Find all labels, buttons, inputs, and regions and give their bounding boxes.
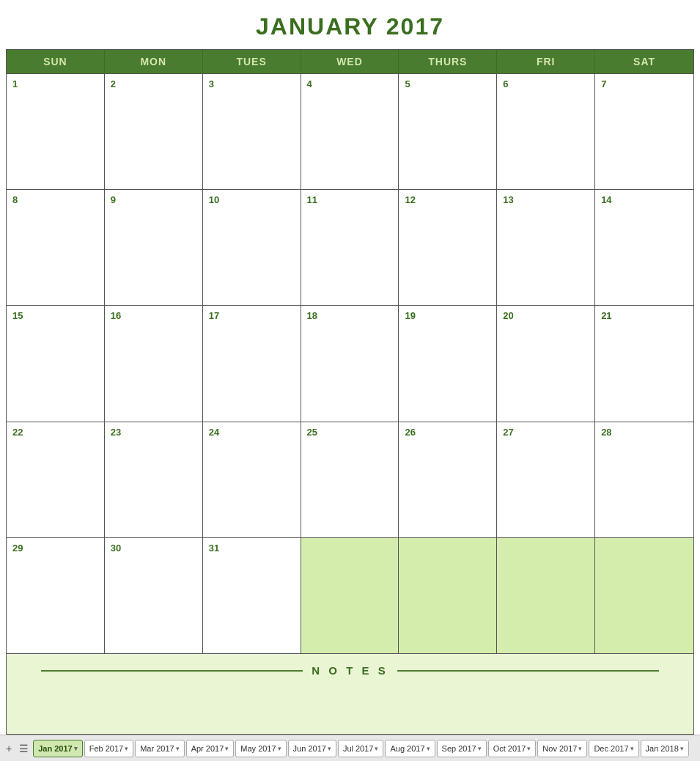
day-cell-22[interactable]: 22 xyxy=(7,422,105,537)
day-cell-21[interactable]: 21 xyxy=(595,306,693,421)
day-cell-18[interactable]: 18 xyxy=(301,306,399,421)
day-header-sat: SAT xyxy=(595,50,693,73)
tab-dropdown-arrow[interactable]: ▾ xyxy=(125,745,128,752)
day-cell-4[interactable]: 4 xyxy=(301,74,399,189)
day-cell-23[interactable]: 23 xyxy=(105,422,203,537)
day-cell-26[interactable]: 26 xyxy=(399,422,497,537)
day-number: 21 xyxy=(601,310,688,321)
day-cell-11[interactable]: 11 xyxy=(301,190,399,305)
week-row-1: 1234567 xyxy=(7,73,693,189)
calendar-grid: SUNMONTUESWEDTHURSFRISAT 123456789101112… xyxy=(6,49,694,735)
day-cell-19[interactable]: 19 xyxy=(399,306,497,421)
day-number: 13 xyxy=(503,194,589,205)
day-number: 10 xyxy=(209,194,295,205)
tab-jan-2018[interactable]: Jan 2018 ▾ xyxy=(641,740,689,757)
day-cell-12[interactable]: 12 xyxy=(399,190,497,305)
tab-may-2017[interactable]: May 2017 ▾ xyxy=(235,740,286,757)
notes-area: N O T E S xyxy=(7,653,693,734)
day-cell-13[interactable]: 13 xyxy=(497,190,595,305)
week-row-2: 891011121314 xyxy=(7,189,693,305)
tab-dropdown-arrow[interactable]: ▾ xyxy=(427,745,430,752)
tab-aug-2017[interactable]: Aug 2017 ▾ xyxy=(385,740,435,757)
month-title: JANUARY 2017 xyxy=(6,6,694,49)
tab-mar-2017[interactable]: Mar 2017 ▾ xyxy=(135,740,184,757)
day-header-tues: TUES xyxy=(203,50,301,73)
day-number: 17 xyxy=(209,310,295,321)
day-number: 4 xyxy=(307,78,393,89)
tab-dropdown-arrow[interactable]: ▾ xyxy=(375,745,378,752)
tab-dropdown-arrow[interactable]: ▾ xyxy=(630,745,634,752)
tab-apr-2017[interactable]: Apr 2017 ▾ xyxy=(186,740,235,757)
day-number: 23 xyxy=(111,427,196,438)
weeks-area: 1234567891011121314151617181920212223242… xyxy=(7,73,693,653)
add-tab-icon[interactable]: + xyxy=(3,743,15,754)
day-number: 9 xyxy=(111,194,196,205)
tab-oct-2017[interactable]: Oct 2017 ▾ xyxy=(488,740,537,757)
day-number: 27 xyxy=(503,427,589,438)
day-header-wed: WED xyxy=(301,50,399,73)
day-number: 1 xyxy=(12,78,98,89)
day-cell-20[interactable]: 20 xyxy=(497,306,595,421)
day-cell-6[interactable]: 6 xyxy=(497,74,595,189)
tab-jan-2017[interactable]: Jan 2017 ▾ xyxy=(33,740,82,757)
day-number: 8 xyxy=(12,194,98,205)
day-cell-10[interactable]: 10 xyxy=(203,190,301,305)
day-number: 7 xyxy=(601,78,688,89)
day-cell-31[interactable]: 31 xyxy=(203,538,301,653)
day-cell-empty-6[interactable] xyxy=(595,538,693,653)
day-cell-8[interactable]: 8 xyxy=(7,190,105,305)
tab-dec-2017[interactable]: Dec 2017 ▾ xyxy=(589,740,638,757)
tab-jul-2017[interactable]: Jul 2017 ▾ xyxy=(338,740,384,757)
day-number: 2 xyxy=(111,78,196,89)
day-cell-empty-5[interactable] xyxy=(497,538,595,653)
day-cell-empty-4[interactable] xyxy=(399,538,497,653)
tab-dropdown-arrow[interactable]: ▾ xyxy=(680,745,684,752)
tab-nov-2017[interactable]: Nov 2017 ▾ xyxy=(537,740,587,757)
day-number: 3 xyxy=(209,78,295,89)
day-cell-9[interactable]: 9 xyxy=(105,190,203,305)
tab-dropdown-arrow[interactable]: ▾ xyxy=(578,745,582,752)
week-row-4: 22232425262728 xyxy=(7,422,693,537)
tab-dropdown-arrow[interactable]: ▾ xyxy=(176,745,180,752)
calendar-container: JANUARY 2017 SUNMONTUESWEDTHURSFRISAT 12… xyxy=(0,0,700,735)
day-cell-14[interactable]: 14 xyxy=(595,190,693,305)
day-header-mon: MON xyxy=(105,50,203,73)
day-cell-29[interactable]: 29 xyxy=(7,538,105,653)
tab-dropdown-arrow[interactable]: ▾ xyxy=(328,745,331,752)
day-number: 12 xyxy=(405,194,490,205)
day-number: 31 xyxy=(209,543,295,554)
menu-icon[interactable]: ☰ xyxy=(16,743,32,754)
day-cell-28[interactable]: 28 xyxy=(595,422,693,537)
day-cell-3[interactable]: 3 xyxy=(203,74,301,189)
day-number: 14 xyxy=(601,194,688,205)
day-cell-17[interactable]: 17 xyxy=(203,306,301,421)
day-cell-5[interactable]: 5 xyxy=(399,74,497,189)
tab-dropdown-arrow[interactable]: ▾ xyxy=(225,745,229,752)
day-cell-1[interactable]: 1 xyxy=(7,74,105,189)
day-number: 5 xyxy=(405,78,490,89)
tab-dropdown-arrow[interactable]: ▾ xyxy=(74,745,78,752)
day-header-fri: FRI xyxy=(497,50,595,73)
tab-feb-2017[interactable]: Feb 2017 ▾ xyxy=(84,740,133,757)
tab-dropdown-arrow[interactable]: ▾ xyxy=(527,745,531,752)
tab-dropdown-arrow[interactable]: ▾ xyxy=(478,745,482,752)
day-cell-27[interactable]: 27 xyxy=(497,422,595,537)
day-number: 15 xyxy=(12,310,98,321)
day-cell-16[interactable]: 16 xyxy=(105,306,203,421)
notes-line-left xyxy=(41,670,303,672)
tab-dropdown-arrow[interactable]: ▾ xyxy=(278,745,281,752)
day-cell-15[interactable]: 15 xyxy=(7,306,105,421)
day-cell-7[interactable]: 7 xyxy=(595,74,693,189)
day-cell-24[interactable]: 24 xyxy=(203,422,301,537)
day-number: 28 xyxy=(601,427,688,438)
day-cell-30[interactable]: 30 xyxy=(105,538,203,653)
week-row-3: 15161718192021 xyxy=(7,305,693,421)
notes-label: N O T E S xyxy=(312,664,388,677)
day-cell-25[interactable]: 25 xyxy=(301,422,399,537)
tab-sep-2017[interactable]: Sep 2017 ▾ xyxy=(437,740,487,757)
tab-jun-2017[interactable]: Jun 2017 ▾ xyxy=(288,740,336,757)
day-cell-empty-3[interactable] xyxy=(301,538,399,653)
day-number: 20 xyxy=(503,310,589,321)
day-cell-2[interactable]: 2 xyxy=(105,74,203,189)
day-number: 6 xyxy=(503,78,589,89)
